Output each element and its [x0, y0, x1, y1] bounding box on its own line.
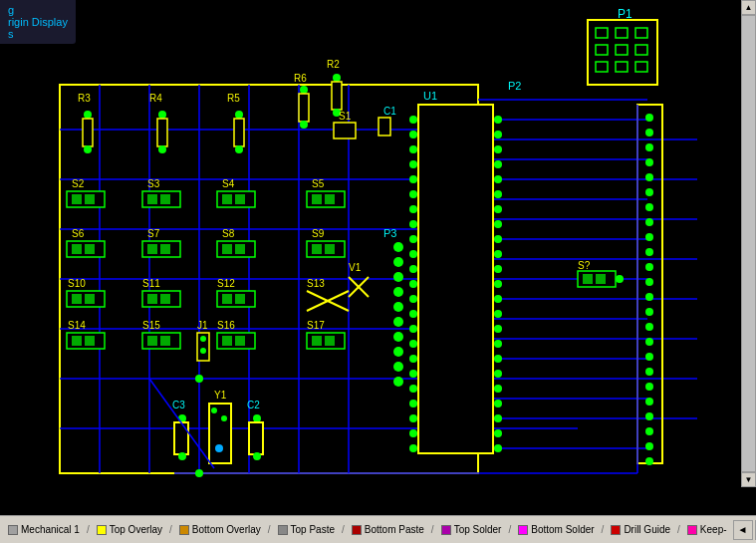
divider-1: / [86, 524, 91, 535]
svg-rect-171 [222, 294, 232, 304]
svg-point-120 [300, 121, 308, 129]
svg-rect-107 [83, 119, 93, 146]
svg-point-223 [645, 308, 653, 316]
svg-point-224 [645, 323, 653, 331]
layer-left-button[interactable]: ◄ [733, 520, 753, 540]
svg-rect-148 [85, 244, 95, 254]
svg-text:S8: S8 [222, 228, 235, 239]
svg-point-230 [645, 412, 653, 420]
pcb-canvas: P1 [0, 0, 756, 515]
svg-point-102 [393, 347, 403, 357]
svg-point-71 [494, 145, 502, 153]
scroll-up-button[interactable]: ▲ [741, 0, 756, 15]
svg-rect-115 [234, 119, 244, 146]
divider-6: / [507, 524, 512, 535]
svg-point-213 [645, 158, 653, 166]
svg-point-75 [494, 205, 502, 213]
layer-tab-top-paste[interactable]: Top Paste [274, 522, 339, 537]
layer-label-top-overlay: Top Overlay [110, 524, 162, 535]
layer-tab-top-overlay[interactable]: Top Overlay [93, 522, 166, 537]
svg-rect-183 [160, 336, 170, 346]
svg-point-82 [494, 310, 502, 318]
svg-text:C3: C3 [172, 400, 185, 410]
svg-point-108 [84, 145, 92, 153]
svg-point-49 [409, 160, 417, 168]
svg-rect-128 [334, 123, 356, 138]
svg-point-99 [393, 302, 403, 312]
svg-point-114 [235, 111, 243, 119]
svg-point-97 [393, 272, 403, 282]
svg-point-80 [494, 280, 502, 288]
svg-text:R3: R3 [78, 93, 91, 104]
svg-point-70 [494, 131, 502, 138]
svg-text:S9: S9 [312, 228, 325, 239]
svg-point-84 [494, 340, 502, 348]
svg-point-65 [409, 400, 417, 407]
svg-rect-237 [596, 274, 606, 284]
svg-point-217 [645, 218, 653, 226]
pcb-area[interactable]: g rigin Display s [0, 0, 756, 515]
svg-point-69 [494, 116, 502, 124]
svg-text:J1: J1 [197, 320, 208, 331]
scroll-track[interactable] [741, 15, 756, 472]
svg-rect-195 [325, 336, 335, 346]
divider-5: / [430, 524, 435, 535]
svg-text:U1: U1 [423, 90, 437, 102]
layer-label-top-solder: Top Solder [454, 524, 502, 535]
svg-point-221 [645, 278, 653, 286]
layer-tab-keep[interactable]: Keep- [683, 522, 731, 537]
svg-rect-194 [312, 336, 322, 346]
layer-tab-bottom-overlay[interactable]: Bottom Overlay [175, 522, 265, 537]
svg-point-206 [253, 414, 261, 422]
svg-point-95 [393, 242, 403, 252]
svg-point-231 [645, 427, 653, 435]
svg-rect-191 [235, 336, 245, 346]
svg-text:P2: P2 [508, 80, 521, 92]
svg-point-85 [494, 355, 502, 363]
layer-label-mechanical: Mechanical 1 [21, 524, 80, 535]
layer-tab-top-solder[interactable]: Top Solder [437, 522, 506, 537]
svg-point-210 [645, 114, 653, 122]
svg-text:S14: S14 [68, 320, 86, 331]
svg-point-60 [409, 325, 417, 333]
svg-rect-135 [147, 194, 157, 204]
layer-tab-mechanical[interactable]: Mechanical 1 [4, 522, 84, 537]
svg-point-110 [158, 111, 166, 119]
layer-tab-bottom-solder[interactable]: Bottom Solder [514, 522, 598, 537]
svg-point-98 [393, 287, 403, 297]
svg-rect-131 [72, 194, 82, 204]
svg-rect-179 [85, 336, 95, 346]
svg-rect-236 [583, 274, 593, 284]
svg-point-58 [409, 295, 417, 303]
svg-rect-163 [72, 294, 82, 304]
svg-point-219 [645, 248, 653, 256]
svg-rect-198 [174, 422, 188, 454]
scroll-down-button[interactable]: ▼ [741, 472, 756, 487]
layer-label-drill-guide: Drill Guide [624, 524, 670, 535]
svg-point-46 [409, 116, 417, 124]
svg-point-247 [195, 469, 203, 477]
layer-tab-bottom-paste[interactable]: Bottom Paste [348, 522, 428, 537]
svg-point-62 [409, 355, 417, 363]
main-container: g rigin Display s [0, 0, 756, 543]
svg-point-187 [200, 348, 206, 354]
svg-point-79 [494, 265, 502, 273]
layer-swatch-drill-guide [611, 525, 621, 535]
panel-line2: rigin Display [8, 16, 68, 28]
svg-rect-119 [299, 94, 309, 122]
svg-rect-190 [222, 336, 232, 346]
svg-rect-143 [312, 194, 322, 204]
svg-text:S7: S7 [147, 228, 160, 239]
svg-point-48 [409, 145, 417, 153]
svg-rect-126 [378, 118, 390, 136]
svg-text:P3: P3 [383, 227, 396, 239]
svg-point-56 [409, 265, 417, 273]
svg-point-101 [393, 332, 403, 342]
top-left-panel: g rigin Display s [0, 0, 76, 44]
svg-point-47 [409, 131, 417, 138]
svg-point-81 [494, 295, 502, 303]
svg-rect-140 [235, 194, 245, 204]
right-scrollbar[interactable]: ▲ ▼ [741, 0, 756, 487]
layer-tab-drill-guide[interactable]: Drill Guide [607, 522, 674, 537]
svg-text:Y1: Y1 [214, 390, 227, 401]
